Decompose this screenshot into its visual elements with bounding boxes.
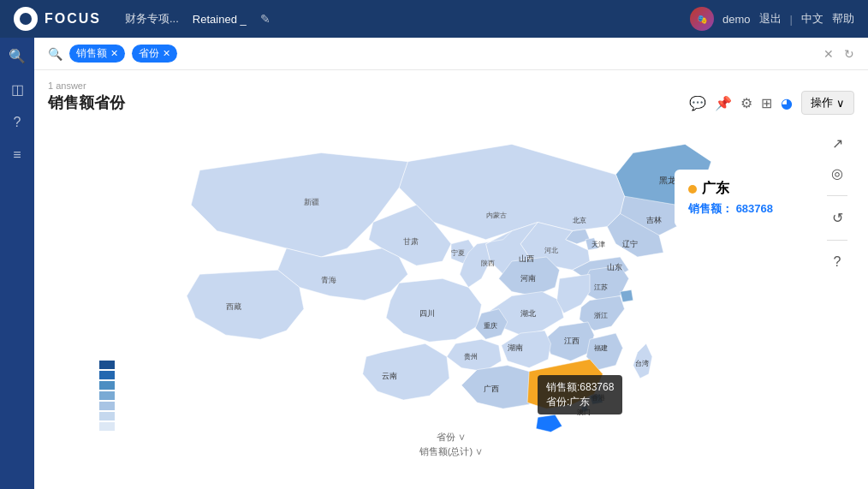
sidebar-search-icon[interactable]: 🔍: [9, 48, 26, 64]
guangxi-label: 广西: [484, 385, 499, 393]
bottom-axis: 省份 ∨ 销售额(总计) ∨: [419, 431, 483, 458]
legend-bar-7: [99, 361, 115, 369]
chart-icon[interactable]: ◕: [781, 95, 793, 111]
jiangsu-label: 江苏: [594, 283, 608, 291]
pin-icon[interactable]: 📌: [715, 95, 732, 111]
card-title: 销售额省份: [48, 92, 125, 113]
zoom-out-icon[interactable]: ↗: [832, 135, 843, 152]
tag-province-close[interactable]: ✕: [163, 48, 170, 59]
legend: [99, 361, 115, 431]
hunan-label: 湖南: [508, 343, 523, 352]
sidebar-help-icon[interactable]: ?: [14, 115, 21, 130]
hebei-label: 河北: [544, 247, 558, 254]
hubei-label: 湖北: [520, 309, 536, 318]
legend-bar-1: [99, 422, 115, 431]
target-icon[interactable]: ◎: [831, 165, 843, 182]
nav-item-retained[interactable]: Retained _: [193, 13, 247, 26]
search-refresh-btn[interactable]: ↻: [844, 47, 854, 61]
right-tools: ↗ ◎ ↺ ?: [827, 135, 847, 270]
nav-right: 🎭 demo 退出 | 中文 帮助: [690, 7, 854, 31]
comment-icon[interactable]: 💬: [689, 95, 706, 111]
liaoning-label: 辽宁: [622, 240, 638, 248]
settings-icon[interactable]: ⚙: [740, 95, 752, 111]
nav-item-finance[interactable]: 财务专项...: [125, 11, 179, 27]
breadcrumb: 1 answer: [48, 81, 854, 91]
info-dot: [688, 185, 697, 194]
ningxia-label: 宁夏: [451, 249, 465, 257]
inner-mongolia-label: 内蒙古: [486, 212, 507, 219]
help-btn[interactable]: 帮助: [832, 11, 854, 27]
macao-label: 澳门: [577, 408, 591, 416]
toolbar: 💬 📌 ⚙ ⊞ ◕ 操作 ∨: [689, 91, 854, 115]
info-panel: 广东 销售额： 683768: [675, 170, 812, 227]
hainan-province[interactable]: [536, 414, 562, 432]
sales-axis[interactable]: 销售额(总计) ∨: [419, 445, 483, 458]
province-axis[interactable]: 省份 ∨: [437, 431, 466, 444]
right-divider-2: [827, 240, 847, 241]
sichuan-label: 四川: [419, 309, 435, 318]
search-clear-btn[interactable]: ✕: [823, 47, 834, 61]
logo-text: FOCUS: [45, 11, 101, 27]
avatar: 🎭: [690, 7, 714, 31]
qinghai-label: 青海: [321, 276, 336, 284]
nav-divider: |: [790, 13, 793, 26]
search-bar: 🔍 销售额 ✕ 省份 ✕ ✕ ↻: [34, 38, 868, 70]
yunnan-province[interactable]: [363, 343, 449, 400]
gansu-label: 甘肃: [403, 237, 419, 246]
logo: FOCUS: [14, 7, 101, 31]
shandong-label: 山东: [607, 263, 622, 271]
legend-bar-5: [99, 381, 115, 390]
legend-bar-3: [99, 402, 115, 410]
fujian-label: 福建: [594, 344, 608, 352]
tag-sales-label: 销售额: [76, 46, 107, 61]
main-content: 🔍 销售额 ✕ 省份 ✕ ✕ ↻ 1 answer 销售额省份 💬 📌 ⚙: [34, 38, 868, 489]
yunnan-label: 云南: [382, 372, 397, 380]
lang-selector[interactable]: 中文: [801, 11, 823, 27]
taiwan-label: 台湾: [635, 360, 649, 367]
right-divider: [827, 195, 847, 196]
info-province-name: 广东: [688, 180, 798, 198]
logout-btn[interactable]: 退出: [759, 11, 782, 27]
search-icon: 🔍: [48, 47, 62, 61]
help-circle-icon[interactable]: ?: [834, 254, 841, 270]
sidebar: 🔍 ◫ ? ≡: [0, 38, 34, 489]
legend-bar-2: [99, 412, 115, 420]
tag-province[interactable]: 省份 ✕: [132, 45, 177, 63]
legend-bar-6: [99, 371, 115, 379]
username: demo: [722, 13, 751, 26]
jilin-label: 吉林: [646, 216, 662, 224]
zhejiang-label: 浙江: [594, 312, 608, 319]
tag-sales-close[interactable]: ✕: [110, 48, 118, 59]
sidebar-bookmark-icon[interactable]: ◫: [11, 81, 24, 98]
shanghai-province[interactable]: [620, 289, 633, 301]
shaanxi-label: 陕西: [481, 259, 495, 267]
tibet-province[interactable]: [187, 270, 304, 339]
top-navigation: FOCUS 财务专项... Retained _ ✎ 🎭 demo 退出 | 中…: [0, 0, 868, 38]
logo-icon: [14, 7, 38, 31]
refresh-icon[interactable]: ↺: [832, 210, 843, 226]
tag-province-label: 省份: [139, 46, 159, 61]
sidebar-menu-icon[interactable]: ≡: [13, 147, 21, 163]
chongqing-label: 重庆: [484, 322, 497, 330]
hongkong-label: 香港: [592, 394, 605, 402]
shanxi-label: 山西: [519, 254, 534, 263]
xinjiang-label: 新疆: [304, 198, 319, 206]
henan-label: 河南: [520, 274, 536, 283]
tibet-label: 西藏: [226, 302, 241, 311]
legend-bar-4: [99, 391, 115, 400]
card-header: 销售额省份 💬 📌 ⚙ ⊞ ◕ 操作 ∨: [48, 91, 854, 115]
info-metric: 销售额： 683768: [688, 201, 798, 217]
beijing-label: 北京: [573, 217, 586, 224]
guizhou-label: 贵州: [464, 353, 478, 361]
edit-icon[interactable]: ✎: [260, 12, 271, 26]
jiangxi-label: 江西: [564, 337, 580, 345]
operate-button[interactable]: 操作 ∨: [801, 91, 854, 115]
card-area: 1 answer 销售额省份 💬 📌 ⚙ ⊞ ◕ 操作 ∨: [34, 70, 868, 489]
map-container: 黑龙江 吉林 辽宁 北京 天津 山东 山西 河南 湖北 湖南 江西 江苏 浙江 …: [48, 118, 854, 465]
grid-icon[interactable]: ⊞: [761, 95, 772, 111]
guangdong-label: 广东: [553, 382, 568, 391]
tianjin-label: 天津: [592, 241, 605, 248]
tag-sales[interactable]: 销售额 ✕: [69, 45, 125, 63]
